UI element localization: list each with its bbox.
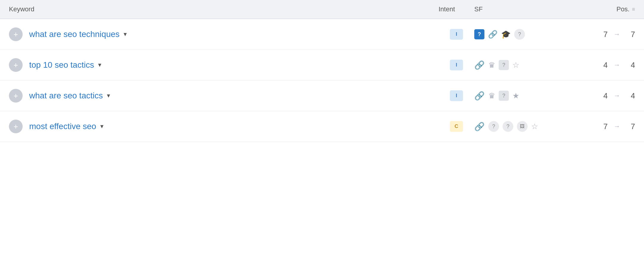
top-stories-icon: ♛: [488, 91, 495, 100]
chevron-down-icon[interactable]: ▼: [106, 93, 111, 99]
reviews-icon: ★: [512, 91, 519, 100]
table-header: Keyword Intent SF Pos. ≡: [0, 0, 644, 19]
sf-icons: 🔗 ? ? 🖼 ☆: [474, 121, 538, 132]
pos-cell: 4 → 4: [552, 91, 635, 100]
add-button[interactable]: +: [9, 27, 23, 41]
filter-icon[interactable]: ≡: [632, 6, 635, 13]
intent-label: I: [456, 31, 457, 37]
intent-label: I: [456, 93, 457, 99]
keyword-text: top 10 seo tactics: [29, 60, 94, 70]
link-icon: 🔗: [474, 91, 485, 101]
plus-icon: +: [13, 92, 18, 100]
pos-cell: 4 → 4: [552, 61, 635, 70]
intent-badge: C: [450, 121, 463, 132]
intent-badge: I: [450, 29, 463, 40]
keyword-link[interactable]: what are seo techniques ▼: [29, 30, 128, 39]
pos-to: 4: [626, 91, 635, 100]
add-button[interactable]: +: [9, 120, 23, 133]
reviews-icon: ☆: [512, 61, 519, 70]
sf-icons: ? 🔗 🎓 ?: [474, 29, 525, 40]
sf-cell: ? 🔗 🎓 ?: [474, 29, 552, 40]
intent-badge: I: [450, 90, 463, 101]
table-row: + what are seo techniques ▼ I ? 🔗 🎓 ?: [0, 19, 644, 50]
add-button[interactable]: +: [9, 58, 23, 72]
link-icon: 🔗: [488, 30, 498, 39]
sf-header: SF: [474, 5, 552, 13]
plus-icon: +: [13, 30, 18, 38]
pos-arrow-icon: →: [614, 61, 620, 69]
pos-arrow-icon: →: [614, 30, 620, 38]
pos-header: Pos. ≡: [552, 5, 635, 13]
keyword-text: most effective seo: [29, 122, 96, 131]
keyword-cell: + most effective seo ▼: [9, 120, 439, 133]
keyword-cell: + top 10 seo tactics ▼: [9, 58, 439, 72]
intent-badge: I: [450, 60, 463, 70]
sf-icons: 🔗 ♛ ? ★: [474, 91, 519, 101]
keyword-header-label: Keyword: [9, 5, 35, 13]
keyword-link[interactable]: top 10 seo tactics ▼: [29, 60, 102, 70]
pos-from: 4: [599, 91, 608, 100]
pos-cell: 7 → 7: [552, 122, 635, 131]
intent-header-label: Intent: [439, 5, 455, 13]
table-row: + most effective seo ▼ C 🔗 ? ? 🖼: [0, 111, 644, 142]
link-icon: 🔗: [474, 60, 485, 70]
pos-arrow-icon: →: [614, 123, 620, 130]
intent-label: C: [455, 123, 458, 129]
featured-snippet-icon: ?: [474, 29, 484, 39]
keyword-cell: + what are seo techniques ▼: [9, 27, 439, 41]
intent-label: I: [456, 62, 457, 68]
intent-cell: C: [439, 121, 474, 132]
keyword-text: what are seo tactics: [29, 91, 103, 100]
keyword-header: Keyword: [9, 5, 439, 13]
pos-cell: 7 → 7: [552, 30, 635, 39]
paa-icon: ?: [514, 29, 525, 40]
pos-from: 7: [599, 30, 608, 39]
pos-to: 4: [626, 61, 635, 70]
sf-cell: 🔗 ♛ ? ★: [474, 91, 552, 101]
image-pack-icon: 🖼: [517, 121, 528, 132]
keyword-cell: + what are seo tactics ▼: [9, 89, 439, 103]
paa-icon: ?: [488, 121, 499, 132]
pos-arrow-icon: →: [614, 92, 620, 100]
pos-from: 4: [599, 61, 608, 70]
pos-to: 7: [626, 122, 635, 131]
sf-header-label: SF: [474, 5, 483, 13]
keyword-link[interactable]: what are seo tactics ▼: [29, 91, 111, 100]
table-row: + what are seo tactics ▼ I 🔗 ♛ ? ★: [0, 81, 644, 111]
sf-cell: 🔗 ? ? 🖼 ☆: [474, 121, 552, 132]
pos-from: 7: [599, 122, 608, 131]
reviews-icon: ☆: [531, 122, 538, 131]
sf-cell: 🔗 ♛ ? ☆: [474, 60, 552, 70]
plus-icon: +: [13, 61, 18, 69]
intent-cell: I: [439, 90, 474, 101]
faq-icon: ?: [503, 121, 513, 132]
table-row: + top 10 seo tactics ▼ I 🔗 ♛ ? ☆: [0, 50, 644, 81]
pos-to: 7: [626, 30, 635, 39]
keyword-link[interactable]: most effective seo ▼: [29, 122, 105, 131]
chevron-down-icon[interactable]: ▼: [97, 62, 102, 68]
keyword-table: Keyword Intent SF Pos. ≡ + what are seo …: [0, 0, 644, 142]
top-stories-icon: ♛: [488, 61, 495, 70]
pos-header-label: Pos.: [616, 5, 629, 13]
chevron-down-icon[interactable]: ▼: [123, 31, 128, 38]
chevron-down-icon[interactable]: ▼: [99, 123, 105, 130]
plus-icon: +: [13, 123, 18, 130]
intent-cell: I: [439, 29, 474, 40]
add-button[interactable]: +: [9, 89, 23, 103]
keyword-text: what are seo techniques: [29, 30, 120, 39]
paa-icon: ?: [499, 60, 509, 70]
knowledge-graph-icon: 🎓: [501, 30, 511, 39]
sf-icons: 🔗 ♛ ? ☆: [474, 60, 519, 70]
intent-cell: I: [439, 60, 474, 70]
intent-header: Intent: [439, 5, 474, 13]
link-icon: 🔗: [474, 122, 485, 132]
paa-icon: ?: [499, 91, 509, 101]
